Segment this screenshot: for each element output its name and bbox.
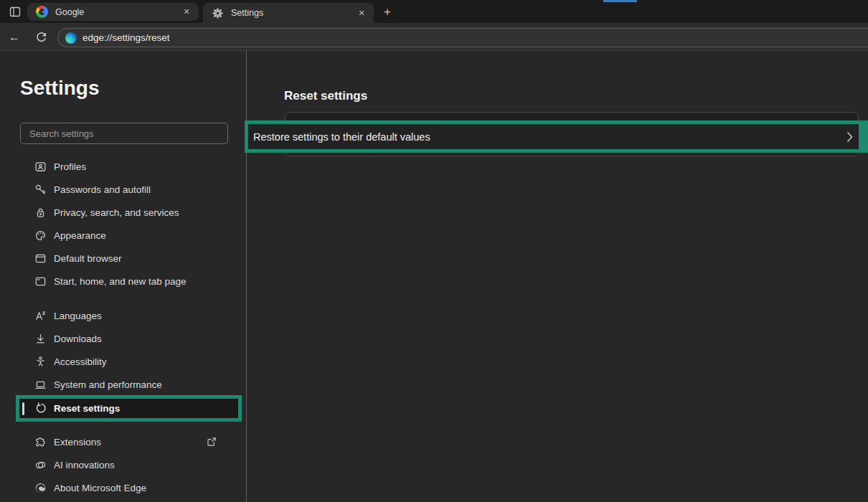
- copilot-icon: [34, 459, 47, 471]
- languages-icon: [34, 310, 47, 322]
- extensions-puzzle-icon: [34, 436, 47, 448]
- restore-settings-row[interactable]: Restore settings to their default values: [248, 124, 859, 149]
- sidebar-item-privacy[interactable]: Privacy, search, and services: [0, 201, 246, 224]
- settings-nav: Profiles Passwords and autofill: [0, 155, 246, 502]
- sidebar-item-extensions[interactable]: Extensions: [0, 430, 246, 453]
- sidebar-item-ai-innovations[interactable]: AI innovations: [0, 453, 246, 476]
- download-icon: [34, 333, 47, 345]
- sidebar-item-label: Languages: [54, 311, 102, 321]
- address-toolbar: ← edge://settings/reset: [0, 23, 868, 51]
- sidebar-item-appearance[interactable]: Appearance: [0, 224, 246, 247]
- key-icon: [34, 184, 47, 196]
- page-content: Settings Profiles: [0, 51, 868, 502]
- tab-title: Google: [55, 7, 180, 17]
- settings-page-title: Settings: [20, 77, 99, 100]
- chevron-right-icon: [846, 131, 853, 143]
- sidebar-item-label: Privacy, search, and services: [54, 207, 179, 218]
- sidebar-item-default-browser[interactable]: Default browser: [0, 247, 246, 270]
- sidebar-item-reset-settings[interactable]: Reset settings: [19, 399, 238, 418]
- browser-window-icon: [34, 252, 47, 265]
- close-tab-icon[interactable]: ✕: [180, 6, 193, 19]
- sidebar-item-about-edge[interactable]: About Microsoft Edge: [0, 476, 246, 499]
- new-tab-page-icon: [34, 275, 47, 288]
- reset-icon: [34, 402, 47, 415]
- accessibility-icon: [34, 356, 47, 368]
- sidebar-item-label: About Microsoft Edge: [54, 483, 146, 493]
- sidebar-item-label: Profiles: [54, 161, 86, 172]
- sidebar-item-label: Downloads: [54, 333, 102, 344]
- back-button[interactable]: ←: [6, 29, 23, 46]
- sidebar-item-system[interactable]: System and performance: [0, 373, 246, 396]
- google-favicon-icon: [36, 6, 48, 18]
- sidebar-item-languages[interactable]: Languages: [0, 304, 246, 327]
- edge-logo-mono-icon: [34, 482, 47, 494]
- selected-indicator: [22, 402, 24, 415]
- main-heading: Reset settings: [284, 89, 367, 103]
- laptop-icon: [34, 379, 47, 391]
- tab-title: Settings: [231, 8, 355, 18]
- sidebar-item-label: Default browser: [54, 253, 122, 264]
- external-link-icon: [206, 436, 217, 447]
- sidebar-item-label: Start, home, and new tab page: [54, 276, 187, 287]
- tab-actions-icon: [9, 6, 21, 17]
- profiles-icon: [34, 161, 47, 173]
- sidebar-item-label: AI innovations: [54, 460, 115, 470]
- sidebar-item-accessibility[interactable]: Accessibility: [0, 350, 246, 373]
- tab-settings[interactable]: Settings ✕: [203, 3, 374, 23]
- sidebar-item-label: Reset settings: [54, 403, 120, 414]
- accent-blue-fragment: [603, 0, 637, 2]
- refresh-icon: [35, 32, 47, 44]
- sidebar-item-label: Appearance: [54, 230, 106, 241]
- tab-bar: Google ✕ Settings ✕ +: [0, 0, 868, 23]
- sidebar-item-label: Accessibility: [54, 356, 107, 367]
- sidebar-item-profiles[interactable]: Profiles: [0, 155, 246, 178]
- edge-logo-icon: [65, 32, 77, 44]
- annotation-highlight-sidebar: Reset settings: [16, 395, 242, 422]
- url-text: edge://settings/reset: [82, 32, 170, 43]
- refresh-button[interactable]: [32, 29, 49, 46]
- new-tab-button[interactable]: +: [379, 4, 396, 21]
- sidebar-item-downloads[interactable]: Downloads: [0, 327, 246, 350]
- close-tab-icon[interactable]: ✕: [355, 6, 368, 19]
- sidebar-item-start-home[interactable]: Start, home, and new tab page: [0, 270, 246, 293]
- sidebar-divider: [246, 51, 247, 502]
- url-bar[interactable]: edge://settings/reset: [57, 28, 868, 47]
- restore-row-label: Restore settings to their default values: [248, 131, 430, 143]
- sidebar-item-passwords[interactable]: Passwords and autofill: [0, 178, 246, 201]
- search-settings-input[interactable]: [20, 123, 228, 144]
- tab-google[interactable]: Google ✕: [27, 3, 199, 21]
- gear-icon: [212, 7, 224, 19]
- sidebar-item-label: Passwords and autofill: [54, 184, 151, 195]
- lock-icon: [34, 207, 47, 219]
- annotation-highlight-main: Restore settings to their default values: [245, 120, 868, 153]
- sidebar-item-label: System and performance: [54, 379, 162, 390]
- tab-actions-button[interactable]: [7, 4, 23, 19]
- sidebar-item-label: Extensions: [54, 437, 101, 447]
- palette-icon: [34, 229, 47, 242]
